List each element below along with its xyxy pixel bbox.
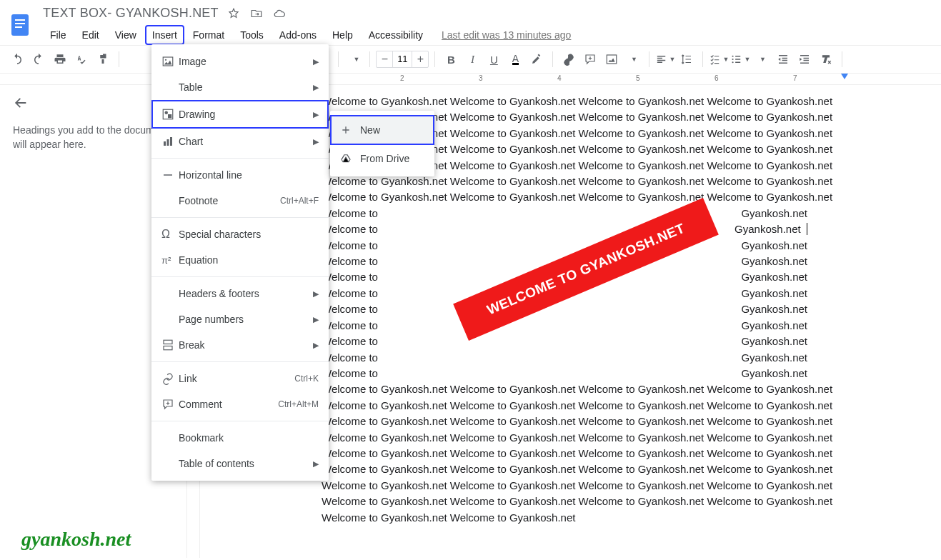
menu-accessibility[interactable]: Accessibility bbox=[362, 25, 430, 45]
insert-menu-bookmark[interactable]: Bookmark bbox=[151, 425, 329, 451]
menu-file[interactable]: File bbox=[43, 25, 74, 45]
last-edit-link[interactable]: Last edit was 13 minutes ago bbox=[442, 29, 571, 41]
ruler-tick: 6 bbox=[715, 74, 719, 82]
image-icon bbox=[161, 55, 179, 68]
ruler-tick: 2 bbox=[400, 74, 404, 82]
brand-watermark: gyankosh.net bbox=[21, 528, 131, 551]
insert-image-button[interactable] bbox=[602, 49, 622, 69]
checklist-button[interactable]: ▼ bbox=[709, 49, 729, 69]
comment-icon bbox=[161, 398, 179, 411]
cloud-icon[interactable] bbox=[273, 7, 286, 20]
increase-indent-button[interactable] bbox=[795, 49, 815, 69]
underline-button[interactable]: U bbox=[484, 49, 504, 69]
svg-rect-17 bbox=[164, 340, 172, 344]
menu-help[interactable]: Help bbox=[325, 25, 360, 45]
menu-format[interactable]: Format bbox=[186, 25, 231, 45]
insert-menu-comment[interactable]: CommentCtrl+Alt+M bbox=[151, 391, 329, 417]
insert-menu-chart[interactable]: Chart▶ bbox=[151, 129, 329, 154]
svg-rect-0 bbox=[11, 14, 29, 36]
horizontal-ruler[interactable]: 2 3 4 5 6 7 bbox=[0, 74, 941, 85]
toolbar: ▼ − 11 + B I U A ▼ ▼ ▼ ▼ ▼ bbox=[0, 45, 941, 74]
insert-comment-button[interactable] bbox=[580, 49, 600, 69]
bulleted-list-button[interactable]: ▼ bbox=[730, 49, 750, 69]
svg-rect-13 bbox=[164, 141, 166, 146]
menu-item-label: Bookmark bbox=[179, 432, 319, 444]
menu-tools[interactable]: Tools bbox=[233, 25, 271, 45]
document-title[interactable]: TEXT BOX- GYANKOSH.NET bbox=[43, 6, 219, 21]
ruler-tick: 3 bbox=[479, 74, 483, 82]
menu-item-label: Table of contents bbox=[179, 458, 313, 469]
insert-menu-image[interactable]: Image▶ bbox=[151, 49, 329, 74]
text-color-button[interactable]: A bbox=[505, 49, 525, 69]
submenu-arrow-icon: ▶ bbox=[313, 289, 319, 299]
svg-rect-3 bbox=[15, 26, 22, 28]
insert-menu-equation[interactable]: π²Equation bbox=[151, 247, 329, 273]
menu-item-label: Chart bbox=[179, 136, 313, 147]
menu-addons[interactable]: Add-ons bbox=[272, 25, 324, 45]
break-icon bbox=[161, 339, 179, 351]
menu-item-label: Table bbox=[179, 81, 313, 93]
menu-item-label: Drawing bbox=[179, 109, 313, 120]
insert-menu-horizontal-line[interactable]: Horizontal line bbox=[151, 162, 329, 188]
ruler-right-margin[interactable] bbox=[841, 74, 848, 79]
svg-point-11 bbox=[165, 111, 169, 115]
svg-point-5 bbox=[732, 56, 734, 57]
menu-insert[interactable]: Insert bbox=[145, 25, 184, 45]
font-size-control[interactable]: − 11 + bbox=[376, 51, 429, 68]
ruler-tick: 4 bbox=[557, 74, 562, 82]
line-spacing-button[interactable] bbox=[677, 49, 697, 69]
insert-menu-break[interactable]: Break▶ bbox=[151, 332, 329, 358]
clear-formatting-button[interactable] bbox=[816, 49, 836, 69]
font-size-increase[interactable]: + bbox=[412, 53, 428, 66]
docs-logo[interactable] bbox=[6, 6, 34, 44]
undo-button[interactable] bbox=[7, 49, 27, 69]
align-button[interactable]: ▼ bbox=[655, 49, 675, 69]
font-family-dropdown[interactable]: ▼ bbox=[344, 49, 364, 69]
highlight-button[interactable] bbox=[527, 49, 547, 69]
paint-format-button[interactable] bbox=[93, 49, 113, 69]
menu-item-label: Headers & footers bbox=[179, 288, 313, 299]
decrease-indent-button[interactable] bbox=[773, 49, 793, 69]
submenu-arrow-icon: ▶ bbox=[313, 57, 319, 66]
insert-menu-special-characters[interactable]: ΩSpecial characters bbox=[151, 221, 329, 247]
svg-rect-2 bbox=[15, 23, 25, 24]
submenu-item-label: From Drive bbox=[360, 153, 409, 164]
font-size-value[interactable]: 11 bbox=[392, 51, 412, 67]
numbered-list-button[interactable]: ▼ bbox=[752, 49, 772, 69]
chart-icon bbox=[161, 135, 179, 148]
insert-menu-table-of-contents[interactable]: Table of contents▶ bbox=[151, 451, 329, 476]
insert-menu-link[interactable]: LinkCtrl+K bbox=[151, 366, 329, 391]
move-icon[interactable] bbox=[250, 7, 263, 20]
insert-menu-table[interactable]: Table▶ bbox=[151, 74, 329, 100]
drawing-submenu: NewFrom Drive bbox=[330, 111, 434, 176]
drawing-submenu-new[interactable]: New bbox=[330, 115, 434, 145]
print-button[interactable] bbox=[50, 49, 70, 69]
drive-icon bbox=[340, 153, 352, 164]
insert-menu-dropdown: Image▶Table▶Drawing▶Chart▶Horizontal lin… bbox=[151, 44, 329, 481]
menu-view[interactable]: View bbox=[108, 25, 144, 45]
star-icon[interactable] bbox=[227, 7, 240, 20]
insert-menu-page-numbers[interactable]: Page numbers▶ bbox=[151, 306, 329, 332]
menu-item-label: Comment bbox=[179, 399, 278, 410]
svg-rect-1 bbox=[15, 19, 25, 21]
bold-button[interactable]: B bbox=[441, 49, 461, 69]
insert-link-button[interactable] bbox=[559, 49, 579, 69]
spellcheck-button[interactable] bbox=[71, 49, 91, 69]
insert-menu-headers-footers[interactable]: Headers & footers▶ bbox=[151, 281, 329, 306]
italic-button[interactable]: I bbox=[462, 49, 482, 69]
font-size-decrease[interactable]: − bbox=[377, 53, 392, 66]
insert-more-button[interactable]: ▼ bbox=[623, 49, 643, 69]
menu-item-label: Equation bbox=[179, 254, 319, 266]
svg-rect-14 bbox=[167, 139, 169, 146]
insert-menu-drawing[interactable]: Drawing▶ bbox=[151, 100, 329, 129]
insert-menu-footnote[interactable]: FootnoteCtrl+Alt+F bbox=[151, 188, 329, 214]
menu-edit[interactable]: Edit bbox=[75, 25, 106, 45]
svg-point-9 bbox=[165, 59, 166, 61]
menu-item-label: Footnote bbox=[179, 195, 280, 206]
menu-item-label: Horizontal line bbox=[179, 169, 319, 181]
menu-item-label: Special characters bbox=[179, 229, 319, 240]
drawing-submenu-from-drive[interactable]: From Drive bbox=[330, 145, 434, 172]
redo-button[interactable] bbox=[29, 49, 49, 69]
outline-back-button[interactable] bbox=[13, 95, 174, 111]
ruler-tick: 5 bbox=[636, 74, 640, 82]
